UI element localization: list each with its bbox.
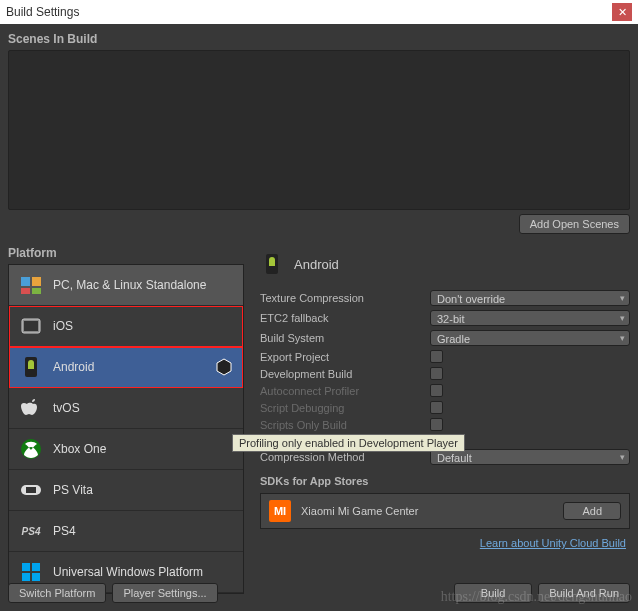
build-button[interactable]: Build [454,583,532,603]
svg-rect-5 [24,321,38,331]
platform-label-text: PS4 [53,524,233,538]
etc2-fallback-dropdown[interactable]: 32-bit [430,310,630,326]
android-icon [19,355,43,379]
platform-item-ios[interactable]: iOS [9,306,243,347]
texture-compression-label: Texture Compression [260,292,430,304]
titlebar: Build Settings ✕ [0,0,638,24]
standalone-icon [19,273,43,297]
ps4-icon: PS4 [19,519,43,543]
platform-list: PC, Mac & Linux Standalone iOS Android [8,264,244,594]
unity-icon [215,358,233,376]
ios-icon [19,314,43,338]
autoconnect-profiler-label: Autoconnect Profiler [260,385,430,397]
svg-rect-2 [21,288,30,294]
add-open-scenes-button[interactable]: Add Open Scenes [519,214,630,234]
etc2-fallback-label: ETC2 fallback [260,312,430,324]
development-build-checkbox[interactable] [430,367,443,380]
close-button[interactable]: ✕ [612,3,632,21]
platform-label-text: Android [53,360,205,374]
svg-rect-0 [21,277,30,286]
build-system-label: Build System [260,332,430,344]
platform-label-text: tvOS [53,401,233,415]
window-title: Build Settings [6,5,79,19]
platform-label-text: iOS [53,319,233,333]
svg-rect-11 [22,563,30,571]
platform-label: Platform [8,246,244,260]
platform-label-text: Xbox One [53,442,233,456]
android-icon [260,252,284,276]
platform-item-psvita[interactable]: PS Vita [9,470,243,511]
platform-item-xboxone[interactable]: Xbox One [9,429,243,470]
platform-label-text: PC, Mac & Linux Standalone [53,278,233,292]
cloud-build-link[interactable]: Learn about Unity Cloud Build [260,537,630,549]
player-settings-button[interactable]: Player Settings... [112,583,217,603]
scenes-list[interactable] [8,50,630,210]
tooltip: Profiling only enabled in Development Pl… [232,434,465,452]
export-project-label: Export Project [260,351,430,363]
svg-rect-14 [32,573,40,581]
development-build-label: Development Build [260,368,430,380]
scripts-only-build-checkbox [430,418,443,431]
svg-rect-10 [26,487,36,493]
build-system-dropdown[interactable]: Gradle [430,330,630,346]
svg-marker-7 [217,359,231,375]
platform-label-text: PS Vita [53,483,233,497]
selected-platform-label: Android [294,257,339,272]
script-debugging-label: Script Debugging [260,402,430,414]
sdk-add-button[interactable]: Add [563,502,621,520]
xiaomi-icon: MI [269,500,291,522]
platform-item-tvos[interactable]: tvOS [9,388,243,429]
switch-platform-button[interactable]: Switch Platform [8,583,106,603]
sdk-item-name: Xiaomi Mi Game Center [301,505,553,517]
tvos-icon [19,396,43,420]
build-options-panel: Android Texture Compression Don't overri… [254,246,630,594]
sdk-item: MI Xiaomi Mi Game Center Add [260,493,630,529]
scripts-only-build-label: Scripts Only Build [260,419,430,431]
scenes-label: Scenes In Build [8,32,630,46]
sdk-section-label: SDKs for App Stores [260,475,630,487]
platform-label-text: Universal Windows Platform [53,565,233,579]
script-debugging-checkbox [430,401,443,414]
xbox-icon [19,437,43,461]
autoconnect-profiler-checkbox [430,384,443,397]
platform-item-standalone[interactable]: PC, Mac & Linux Standalone [9,265,243,306]
svg-rect-13 [22,573,30,581]
svg-rect-12 [32,563,40,571]
compression-method-label: Compression Method [260,451,430,463]
uwp-icon [19,560,43,584]
platform-item-ps4[interactable]: PS4 PS4 [9,511,243,552]
export-project-checkbox[interactable] [430,350,443,363]
psvita-icon [19,478,43,502]
platform-item-android[interactable]: Android [9,347,243,388]
build-and-run-button[interactable]: Build And Run [538,583,630,603]
texture-compression-dropdown[interactable]: Don't override [430,290,630,306]
svg-rect-1 [32,277,41,286]
svg-rect-3 [32,288,41,294]
